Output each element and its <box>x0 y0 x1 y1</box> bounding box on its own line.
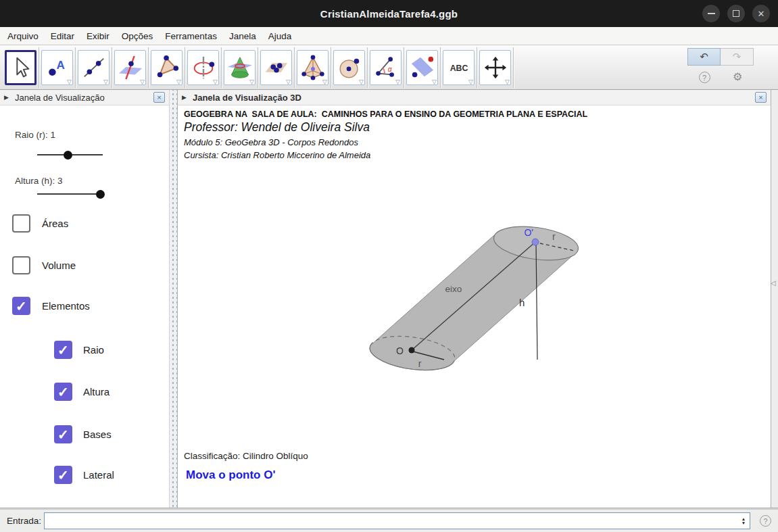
slider-raio-label: Raio (r): 1 <box>15 130 55 140</box>
menu-exibir[interactable]: Exibir <box>80 28 116 44</box>
undo-button[interactable]: ↶ <box>687 48 721 66</box>
left-panel-header: ▶ Janela de Visualização × <box>0 90 169 105</box>
menu-ferramentas[interactable]: Ferramentas <box>159 28 223 44</box>
tool-dropdown-icon[interactable]: ▽ <box>322 79 327 85</box>
top-radius-label: r <box>552 231 556 242</box>
tool-reflect-plane-button[interactable]: ▽ <box>406 50 438 85</box>
tool-dropdown-icon[interactable]: ▽ <box>213 79 218 85</box>
tool-dropdown-icon[interactable]: ▽ <box>432 79 437 85</box>
instruction-text: Mova o ponto O' <box>186 468 275 482</box>
menu-janela[interactable]: Janela <box>223 28 262 44</box>
tool-dropdown-icon[interactable]: ▽ <box>140 79 145 85</box>
tool-dropdown-icon[interactable]: ▽ <box>103 79 108 85</box>
pyramid-tool-icon <box>300 55 326 80</box>
checkbox-row-bases: ✓ Bases <box>54 425 112 443</box>
entrada-label: Entrada: <box>7 516 41 526</box>
collapse-left-icon[interactable]: ◁ <box>771 279 776 287</box>
tool-line-button[interactable]: ▽ <box>78 50 110 85</box>
tool-dropdown-icon[interactable]: ▽ <box>67 79 72 85</box>
checkbox-areas[interactable] <box>12 214 30 233</box>
checkbox-altura[interactable]: ✓ <box>54 383 72 401</box>
tool-sphere-button[interactable]: ▽ <box>333 50 365 85</box>
point-tool-icon: A <box>45 55 70 80</box>
tool-intersect-surfaces-button[interactable]: ▽ <box>224 50 256 85</box>
slider-raio-knob[interactable] <box>64 151 72 160</box>
reflect-plane-icon <box>410 55 435 80</box>
close-button[interactable]: ✕ <box>752 5 770 22</box>
menu-opcoes[interactable]: Opções <box>116 28 160 44</box>
tool-point-button[interactable]: A ▽ <box>41 50 73 85</box>
input-history-spinner[interactable]: ▲ ▼ <box>739 517 748 525</box>
entrada-input[interactable] <box>45 514 739 528</box>
slider-altura-track[interactable] <box>37 193 103 195</box>
redo-button[interactable]: ↷ <box>721 48 754 66</box>
checkbox-volume[interactable] <box>12 256 30 274</box>
check-icon: ✓ <box>16 299 27 313</box>
tool-plane-3-points-button[interactable]: ▽ <box>260 50 292 85</box>
input-bar: Entrada: ▲ ▼ ? <box>0 510 778 532</box>
tool-perpendicular-line-button[interactable]: ▽ <box>114 50 146 85</box>
tool-polygon-button[interactable]: ▽ <box>151 50 183 85</box>
toolbar-help-icon[interactable]: ? <box>699 72 710 83</box>
slider-altura[interactable] <box>37 188 103 200</box>
close-icon: ✕ <box>758 9 765 18</box>
view3d-header: ▶ Janela de Visualização 3D × <box>178 90 771 105</box>
point-O-prime[interactable] <box>532 239 539 245</box>
slider-raio[interactable] <box>37 149 103 161</box>
circle-axis-icon <box>191 55 216 80</box>
checkbox-row-lateral: ✓ Lateral <box>54 466 114 484</box>
svg-text:ABC: ABC <box>449 63 468 72</box>
view3d-canvas[interactable]: GEOGEBRA NA SALA DE AULA: CAMINHOS PARA … <box>178 105 771 508</box>
right-edge-splitter[interactable]: ◁ <box>771 90 778 508</box>
tool-angle-button[interactable]: α ▽ <box>370 50 402 85</box>
left-panel-close-button[interactable]: × <box>153 92 165 103</box>
tool-dropdown-icon[interactable]: ▽ <box>505 79 510 85</box>
tool-text-button[interactable]: ABC ▽ <box>443 50 475 85</box>
tool-circle-with-axis-button[interactable]: ▽ <box>187 50 219 85</box>
tool-move-button[interactable] <box>5 50 37 85</box>
close-icon: × <box>157 93 161 101</box>
checkbox-elementos-label: Elementos <box>42 300 90 312</box>
tool-dropdown-icon[interactable]: ▽ <box>176 79 181 85</box>
tool-move-view-button[interactable]: ▽ <box>479 50 511 85</box>
checkbox-volume-label: Volume <box>42 260 76 271</box>
window-title: CristianAlmeidaTarefa4.ggb <box>320 8 458 20</box>
menu-editar[interactable]: Editar <box>45 28 80 44</box>
minimize-button[interactable] <box>702 5 720 22</box>
panel-collapse-arrow-icon[interactable]: ▶ <box>182 94 187 101</box>
slider-altura-knob[interactable] <box>96 190 105 199</box>
tool-dropdown-icon[interactable]: ▽ <box>359 79 364 85</box>
oblique-cylinder-figure[interactable]: eixo h r r O O' <box>178 105 771 508</box>
settings-gear-icon[interactable]: ⚙ <box>733 72 742 83</box>
point-O[interactable] <box>409 347 415 354</box>
panel-collapse-arrow-icon[interactable]: ▶ <box>4 94 9 101</box>
view3d-title: Janela de Visualização 3D <box>193 93 301 103</box>
check-icon: ✓ <box>57 343 69 357</box>
tool-dropdown-icon[interactable]: ▽ <box>468 79 473 85</box>
slider-altura-label: Altura (h): 3 <box>15 176 63 186</box>
undo-redo-area: ↶ ↷ ? ⚙ <box>687 48 754 83</box>
left-panel-body: Raio (r): 1 Altura (h): 3 Áreas Volume <box>0 105 169 508</box>
menu-ajuda[interactable]: Ajuda <box>262 28 298 44</box>
panel-splitter[interactable] <box>169 90 178 508</box>
view3d-close-button[interactable]: × <box>755 92 767 103</box>
checkbox-lateral[interactable]: ✓ <box>54 466 72 484</box>
tool-pyramid-button[interactable]: ▽ <box>297 50 329 85</box>
menu-arquivo[interactable]: Arquivo <box>1 28 45 44</box>
classification-text: Classificação: Cilindro Oblíquo <box>184 451 308 461</box>
redo-icon: ↷ <box>733 51 741 63</box>
left-panel: ▶ Janela de Visualização × Raio (r): 1 A… <box>0 90 169 508</box>
checkbox-elementos[interactable]: ✓ <box>12 297 30 315</box>
checkbox-raio[interactable]: ✓ <box>54 341 72 359</box>
height-label: h <box>519 297 525 308</box>
entrada-field-wrap[interactable]: ▲ ▼ <box>44 512 750 529</box>
maximize-button[interactable] <box>727 5 745 22</box>
check-icon: ✓ <box>57 385 69 399</box>
tool-dropdown-icon[interactable]: ▽ <box>395 79 400 85</box>
checkbox-bases[interactable]: ✓ <box>54 425 72 443</box>
tool-dropdown-icon[interactable]: ▽ <box>249 79 254 85</box>
input-help-icon[interactable]: ? <box>760 515 771 527</box>
svg-text:A: A <box>56 58 64 71</box>
tool-dropdown-icon[interactable]: ▽ <box>286 79 291 85</box>
checkbox-altura-label: Altura <box>83 386 110 397</box>
